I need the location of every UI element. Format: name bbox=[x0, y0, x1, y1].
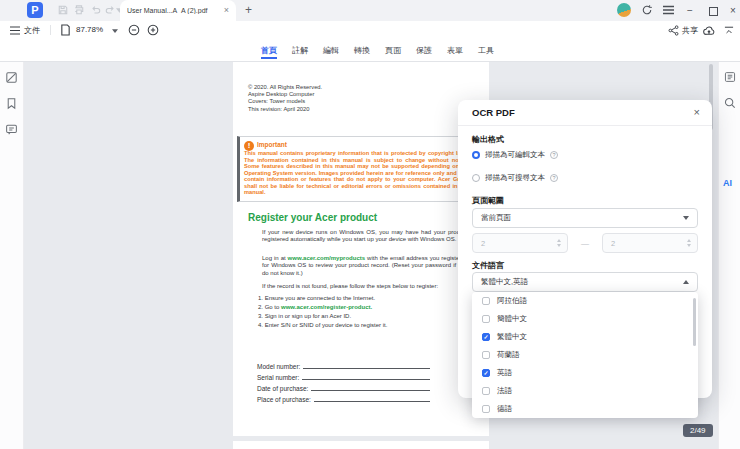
field-label: Place of purchase: bbox=[257, 396, 311, 403]
zoom-out-icon[interactable] bbox=[128, 24, 140, 36]
language-option-simplified-chinese[interactable]: ✓ 簡體中文 bbox=[472, 310, 698, 328]
field-underline bbox=[302, 379, 430, 380]
tab-convert[interactable]: 轉換 bbox=[354, 44, 370, 59]
page-indicator-badge[interactable]: 2/49 bbox=[683, 424, 713, 437]
page-to-stepper[interactable]: 2 bbox=[602, 233, 698, 253]
field-row: Date of purchase: bbox=[257, 381, 430, 392]
tab-home[interactable]: 首頁 bbox=[261, 44, 277, 59]
radio-icon[interactable] bbox=[472, 174, 480, 182]
language-select-value: 繁體中文,英語 bbox=[481, 277, 683, 287]
close-window-icon[interactable]: × bbox=[730, 4, 736, 18]
manual-meta-block: © 2020. All Rights Reserved. Aspire Desk… bbox=[248, 84, 322, 113]
save-icon[interactable] bbox=[57, 4, 69, 16]
tab-protect[interactable]: 保護 bbox=[416, 44, 432, 59]
app-logo-icon[interactable]: P bbox=[27, 2, 43, 18]
radio-searchable-text[interactable]: 掃描為可搜尋文本 ? bbox=[472, 173, 558, 183]
page-from-stepper[interactable]: 2 bbox=[472, 233, 568, 253]
close-tab-icon[interactable]: × bbox=[224, 6, 229, 15]
range-dash: — bbox=[581, 239, 589, 248]
ai-assistant-button[interactable]: AI bbox=[723, 178, 732, 188]
file-menu-label[interactable]: 文件 bbox=[24, 25, 40, 36]
bookmarks-panel-icon[interactable] bbox=[4, 96, 19, 111]
user-avatar[interactable] bbox=[617, 3, 631, 17]
checkbox-icon[interactable]: ✓ bbox=[482, 351, 490, 359]
myproducts-link[interactable]: www.acer.com/myproducts bbox=[288, 255, 365, 261]
tab-comment[interactable]: 註解 bbox=[292, 44, 308, 59]
register-paragraph-3: If the record is not found, please follo… bbox=[262, 283, 468, 290]
page-fit-icon[interactable] bbox=[60, 24, 71, 36]
document-tab[interactable]: User Manual...A_A (2).pdf × bbox=[120, 0, 236, 21]
stepper-arrows-icon[interactable] bbox=[687, 239, 691, 247]
language-option-french[interactable]: ✓ 法語 bbox=[472, 382, 698, 400]
language-option-arabic[interactable]: ✓ 阿拉伯語 bbox=[472, 292, 698, 310]
dialog-close-icon[interactable]: × bbox=[694, 106, 700, 118]
zoom-in-icon[interactable] bbox=[147, 24, 159, 36]
checkbox-icon[interactable]: ✓ bbox=[482, 369, 490, 377]
file-menu-icon[interactable] bbox=[10, 26, 20, 35]
share-label[interactable]: 共享 bbox=[682, 25, 698, 36]
language-option-english[interactable]: ✓ 英語 bbox=[472, 364, 698, 382]
checkbox-icon[interactable]: ✓ bbox=[482, 315, 490, 323]
divider bbox=[50, 25, 51, 35]
zoom-caret-icon[interactable] bbox=[112, 29, 118, 33]
redo-icon[interactable] bbox=[104, 4, 116, 16]
checkbox-icon[interactable]: ✓ bbox=[482, 387, 490, 395]
language-option-label: 阿拉伯語 bbox=[497, 296, 527, 306]
page-range-value: 當前頁面 bbox=[481, 213, 683, 223]
share-icon[interactable] bbox=[668, 25, 679, 36]
page-range-select[interactable]: 當前頁面 bbox=[472, 208, 698, 228]
language-option-traditional-chinese[interactable]: ✓ 繁體中文 bbox=[472, 328, 698, 346]
tab-edit[interactable]: 編輯 bbox=[323, 44, 339, 59]
new-tab-button[interactable]: + bbox=[245, 3, 252, 17]
dialog-title: OCR PDF bbox=[472, 107, 515, 118]
field-underline bbox=[303, 368, 430, 369]
radio-icon[interactable] bbox=[472, 151, 480, 159]
radio-label: 掃描為可搜尋文本 bbox=[485, 173, 545, 183]
document-language-label: 文件語言 bbox=[472, 260, 504, 271]
language-option-label: 德語 bbox=[497, 404, 512, 414]
language-option-german[interactable]: ✓ 德語 bbox=[472, 400, 698, 418]
zoom-level-value[interactable]: 87.78% bbox=[76, 25, 103, 34]
page-to-value: 2 bbox=[611, 239, 687, 248]
register-step-2: 2. Go to www.acer.com/register-product. bbox=[258, 304, 470, 310]
output-format-label: 輸出格式 bbox=[472, 134, 504, 145]
collapse-toolbar-icon[interactable] bbox=[724, 26, 734, 35]
radio-label: 掃描為可編輯文本 bbox=[485, 150, 545, 160]
search-icon[interactable] bbox=[723, 96, 737, 110]
properties-panel-icon[interactable] bbox=[723, 70, 737, 84]
page-range-inputs: 2 — 2 bbox=[472, 233, 698, 253]
register-product-link[interactable]: www.acer.com/register-product. bbox=[281, 304, 372, 310]
field-label: Date of purchase: bbox=[257, 385, 308, 392]
checkbox-icon[interactable]: ✓ bbox=[482, 297, 490, 305]
language-option-dutch[interactable]: ✓ 荷蘭語 bbox=[472, 346, 698, 364]
important-body: This manual contains proprietary informa… bbox=[244, 150, 470, 196]
print-icon[interactable] bbox=[73, 4, 85, 16]
comments-panel-icon[interactable] bbox=[4, 122, 19, 137]
field-underline bbox=[314, 401, 430, 402]
step2-pre: 2. Go to bbox=[258, 304, 281, 310]
tab-page[interactable]: 頁面 bbox=[385, 44, 401, 59]
sync-icon[interactable] bbox=[641, 4, 653, 16]
list-scrollbar[interactable] bbox=[693, 298, 696, 346]
checkbox-icon[interactable]: ✓ bbox=[482, 333, 490, 341]
checkbox-icon[interactable]: ✓ bbox=[482, 405, 490, 413]
maximize-icon[interactable] bbox=[709, 7, 718, 16]
tab-tools[interactable]: 工具 bbox=[478, 44, 494, 59]
minimize-icon[interactable]: − bbox=[687, 4, 693, 18]
help-icon[interactable]: ? bbox=[550, 151, 558, 159]
cloud-upload-icon[interactable] bbox=[703, 25, 715, 36]
menu-icon[interactable] bbox=[663, 5, 674, 15]
language-option-label: 法語 bbox=[497, 386, 512, 396]
important-note-box: ! Important This manual contains proprie… bbox=[237, 136, 475, 202]
radio-editable-text[interactable]: 掃描為可編輯文本 ? bbox=[472, 150, 558, 160]
ribbon-band: 文件 87.78% 首頁 註解 編輯 轉換 頁面 保護 表單 工具 共享 bbox=[0, 21, 740, 62]
register-step-4: 4. Enter S/N or SNID of your device to r… bbox=[258, 322, 470, 328]
tab-form[interactable]: 表單 bbox=[447, 44, 463, 59]
thumbnails-panel-icon[interactable] bbox=[4, 70, 19, 85]
right-panel-rail: AI bbox=[718, 62, 740, 449]
language-select[interactable]: 繁體中文,英語 bbox=[472, 272, 698, 292]
undo-icon[interactable] bbox=[90, 4, 102, 16]
register-paragraph-1: If your new device runs on Windows OS, y… bbox=[262, 229, 468, 244]
stepper-arrows-icon[interactable] bbox=[557, 239, 561, 247]
help-icon[interactable]: ? bbox=[550, 174, 558, 182]
